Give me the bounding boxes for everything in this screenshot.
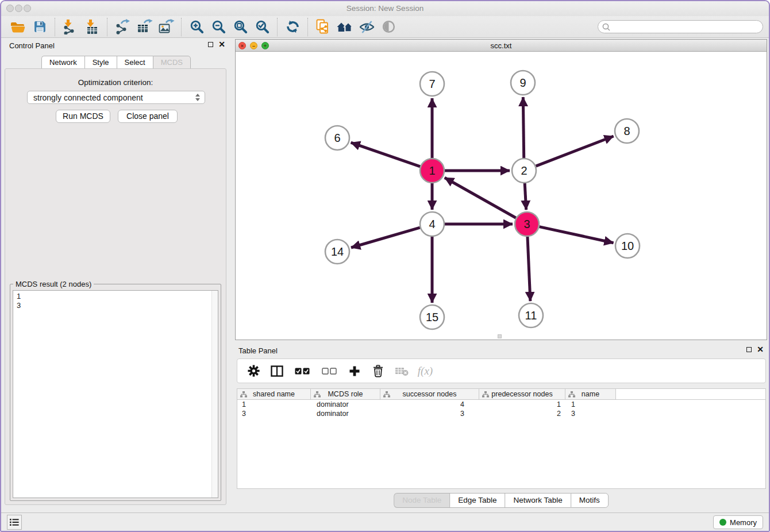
delete-column-button[interactable] (371, 364, 385, 378)
export-table-button[interactable] (133, 17, 155, 37)
delete-table-icon (395, 366, 409, 376)
graph-node-14[interactable]: 14 (325, 240, 349, 264)
add-column-button[interactable] (348, 364, 361, 378)
column-header-predecessor-nodes[interactable]: predecessor nodes (479, 389, 565, 399)
save-session-button[interactable] (29, 17, 51, 37)
column-label: predecessor nodes (491, 390, 552, 398)
table-row[interactable]: 1dominator411 (237, 400, 765, 409)
table-cell[interactable]: dominator (311, 409, 380, 418)
zoom-in-button[interactable] (186, 17, 207, 37)
refresh-view-button[interactable] (282, 17, 303, 37)
graph-node-3[interactable]: 3 (515, 212, 539, 236)
close-panel-button[interactable]: Close panel (118, 110, 178, 123)
graph-node-2[interactable]: 2 (512, 159, 536, 183)
graph-edge-3-10[interactable] (539, 227, 613, 243)
attribute-tree-icon (240, 391, 247, 398)
graph-edge-4-14[interactable] (351, 228, 420, 248)
run-mcds-button[interactable]: Run MCDS (56, 110, 110, 123)
graph-node-7[interactable]: 7 (420, 72, 444, 96)
table-cell[interactable]: 4 (380, 400, 479, 409)
task-history-button[interactable] (7, 515, 22, 530)
table-settings-button[interactable] (247, 364, 260, 378)
graph-node-15[interactable]: 15 (420, 305, 444, 329)
table-cell[interactable]: 3 (237, 409, 311, 418)
show-all-views-button[interactable] (334, 17, 356, 37)
export-image-button[interactable] (155, 17, 177, 37)
tab-select[interactable]: Select (117, 56, 153, 70)
table-toolbar: f(x) (237, 358, 766, 383)
result-line: 1 (17, 292, 218, 301)
show-column-panel-button[interactable] (270, 364, 284, 378)
import-table-button[interactable] (81, 17, 103, 37)
zoom-out-button[interactable] (207, 17, 229, 37)
select-all-columns-button[interactable] (294, 364, 311, 378)
refresh-icon (285, 19, 301, 34)
column-header-successor-nodes[interactable]: successor nodes (380, 389, 479, 399)
graph-edge-3-11[interactable] (528, 237, 530, 301)
open-session-button[interactable] (7, 17, 29, 37)
column-header-shared-name[interactable]: shared name (237, 389, 311, 399)
duplicate-network-icon (315, 19, 331, 35)
column-label: MCDS role (328, 390, 363, 398)
tab-style[interactable]: Style (84, 56, 117, 70)
tab-motifs[interactable]: Motifs (571, 493, 609, 508)
graph-node-1[interactable]: 1 (420, 159, 444, 183)
zoom-fit-button[interactable] (229, 17, 251, 37)
graph-node-4[interactable]: 4 (420, 212, 444, 236)
table-row[interactable]: 3dominator323 (237, 409, 765, 418)
result-scrollbar[interactable] (211, 291, 218, 498)
delete-table-button[interactable] (395, 364, 409, 378)
criterion-value: strongly connected component (33, 93, 143, 102)
graph-edge-2-8[interactable] (536, 136, 614, 166)
import-network-button[interactable] (59, 17, 81, 37)
search-input[interactable] (598, 20, 763, 33)
unselect-all-columns-button[interactable] (321, 364, 338, 378)
function-builder-button[interactable]: f(x) (418, 364, 432, 378)
hide-selected-button[interactable] (356, 17, 378, 37)
duplicate-network-button[interactable] (312, 17, 334, 37)
tab-mcds[interactable]: MCDS (153, 56, 191, 70)
close-table-panel-icon[interactable]: ✕ (757, 346, 764, 353)
column-header-mcds-role[interactable]: MCDS role (311, 389, 380, 399)
column-header-name[interactable]: name (565, 389, 616, 399)
toolbar-separator (277, 18, 278, 36)
tab-network-table[interactable]: Network Table (505, 493, 571, 508)
graph-node-11[interactable]: 11 (519, 303, 543, 327)
graph-node-10[interactable]: 10 (615, 234, 640, 258)
export-table-icon (136, 19, 153, 34)
graph-edge-2-3[interactable] (525, 183, 526, 210)
graph-node-6[interactable]: 6 (325, 126, 349, 150)
graph-edge-3-1[interactable] (445, 178, 516, 218)
attribute-tree-icon (383, 391, 390, 398)
table-cell[interactable]: 1 (565, 400, 616, 409)
table-cell[interactable]: 1 (479, 400, 565, 409)
tab-edge-table[interactable]: Edge Table (449, 493, 505, 508)
float-table-panel-icon[interactable] (746, 347, 752, 352)
tab-network[interactable]: Network (41, 56, 84, 70)
zoom-selected-button[interactable] (251, 17, 273, 37)
splitter-handle[interactable] (498, 334, 502, 338)
criterion-dropdown[interactable]: strongly connected component (27, 91, 205, 104)
table-cell[interactable]: 3 (565, 409, 616, 418)
table-cell[interactable]: dominator (311, 400, 380, 409)
tab-node-table[interactable]: Node Table (394, 493, 449, 508)
close-panel-icon[interactable]: ✕ (218, 41, 225, 48)
graph-node-8[interactable]: 8 (615, 119, 639, 143)
control-panel-tabs: NetworkStyleSelectMCDS (1, 56, 231, 70)
float-panel-icon[interactable] (208, 42, 213, 47)
table-cell[interactable]: 1 (237, 400, 311, 409)
show-hidden-button[interactable] (378, 17, 399, 37)
table-panel-title: Table Panel (238, 346, 278, 355)
table-cell[interactable]: 3 (380, 409, 479, 418)
memory-button[interactable]: Memory (713, 515, 763, 529)
table-cell[interactable]: 2 (479, 409, 565, 418)
window-title: Session: New Session (1, 4, 769, 13)
svg-text:10: 10 (621, 240, 634, 252)
network-canvas[interactable]: 1234678910111415 (236, 52, 767, 339)
graph-edge-2-9[interactable] (523, 97, 523, 158)
eye-slash-icon (358, 20, 376, 34)
graph-node-9[interactable]: 9 (511, 71, 535, 95)
export-network-button[interactable] (111, 17, 133, 37)
mcds-result-list[interactable]: 13 (13, 290, 218, 498)
graph-edge-1-6[interactable] (351, 142, 421, 167)
